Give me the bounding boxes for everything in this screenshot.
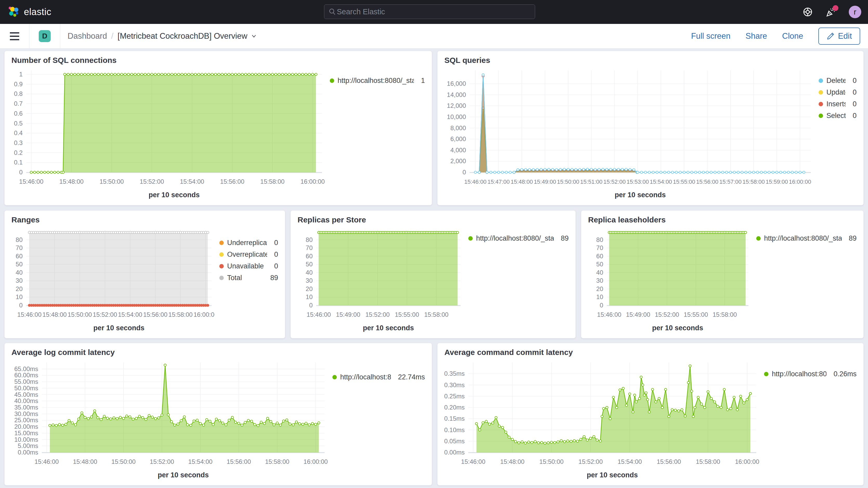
svg-text:16:00:00: 16:00:00 bbox=[304, 458, 328, 465]
legend-value: 22.74ms bbox=[394, 373, 425, 381]
svg-text:15:50:00: 15:50:00 bbox=[557, 179, 579, 185]
divider bbox=[60, 24, 60, 48]
svg-text:15:52:00: 15:52:00 bbox=[579, 458, 603, 465]
legend-item[interactable]: Unavailable0 bbox=[219, 262, 278, 271]
panel-title: Average command commit latency bbox=[444, 348, 573, 357]
legend-item[interactable]: http://localhost:8080/_sta...89 bbox=[756, 234, 857, 243]
chart-plot[interactable]: 0102030405060708015:46:0015:49:0015:52:0… bbox=[293, 226, 464, 336]
space-badge[interactable]: D bbox=[39, 30, 51, 42]
legend-item[interactable]: Deletes0 bbox=[818, 76, 857, 85]
panel-average-log-commit-latency: Average log commit latency 0.00ms5.00ms1… bbox=[4, 343, 432, 485]
svg-text:15:55:00: 15:55:00 bbox=[673, 179, 695, 185]
svg-text:4,000: 4,000 bbox=[451, 147, 466, 154]
svg-text:20: 20 bbox=[306, 285, 313, 292]
legend-item[interactable]: Total89 bbox=[219, 273, 278, 282]
legend-value: 0 bbox=[849, 88, 857, 96]
breadcrumb: Dashboard / [Metricbeat CockroachDB] Ove… bbox=[68, 31, 257, 41]
svg-text:15:58:00: 15:58:00 bbox=[696, 458, 720, 465]
breadcrumb-dashboard-link[interactable]: Dashboard bbox=[68, 31, 107, 41]
svg-text:15:49:00: 15:49:00 bbox=[534, 179, 556, 185]
legend-color-dot bbox=[219, 252, 224, 257]
clone-button[interactable]: Clone bbox=[782, 31, 803, 41]
svg-text:10,000: 10,000 bbox=[447, 113, 466, 120]
svg-text:14,000: 14,000 bbox=[447, 91, 466, 98]
svg-text:15:52:00: 15:52:00 bbox=[140, 178, 164, 185]
replicas-per-store-chart: 0102030405060708015:46:0015:49:0015:52:0… bbox=[293, 226, 464, 336]
replica-leaseholders-chart: 0102030405060708015:46:0015:49:0015:52:0… bbox=[583, 226, 751, 336]
user-avatar[interactable]: r bbox=[849, 6, 861, 18]
chart-plot[interactable]: 00.10.20.30.40.50.60.70.80.9115:46:0015:… bbox=[7, 66, 325, 204]
elastic-brand[interactable]: elastic bbox=[0, 6, 52, 18]
chart-plot[interactable]: 0102030405060708015:46:0015:49:0015:52:0… bbox=[583, 226, 751, 336]
legend-color-dot bbox=[219, 276, 224, 280]
panel-number-of-sql-connections: Number of SQL connections 00.10.20.30.40… bbox=[4, 51, 432, 205]
legend-color-dot bbox=[330, 79, 334, 83]
svg-text:16:00:00: 16:00:00 bbox=[789, 179, 811, 185]
svg-text:10: 10 bbox=[306, 293, 313, 300]
svg-text:15:46:00: 15:46:00 bbox=[17, 311, 41, 318]
svg-text:15:49:00: 15:49:00 bbox=[626, 311, 650, 318]
svg-text:0.5: 0.5 bbox=[14, 120, 23, 127]
svg-text:15:54:00: 15:54:00 bbox=[180, 178, 204, 185]
legend-item[interactable]: http://localhost:8080/_sta...89 bbox=[468, 234, 569, 243]
svg-text:15:51:00: 15:51:00 bbox=[580, 179, 603, 185]
svg-text:60.00ms: 60.00ms bbox=[14, 372, 38, 378]
legend-value: 0 bbox=[849, 100, 857, 108]
legend-item[interactable]: http://localhost:8080...0.26ms bbox=[764, 369, 857, 378]
legend-label: Underreplicated bbox=[227, 239, 267, 247]
newsfeed-button[interactable] bbox=[826, 6, 837, 18]
chart-plot[interactable]: 0102030405060708015:46:0015:48:0015:50:0… bbox=[7, 226, 215, 336]
chart-legend: http://localhost:8080/_stat...1 bbox=[330, 76, 425, 85]
svg-text:15:56:00: 15:56:00 bbox=[696, 179, 719, 185]
legend-value: 0 bbox=[271, 262, 278, 270]
svg-text:35.00ms: 35.00ms bbox=[14, 404, 38, 411]
legend-item[interactable]: Underreplicated0 bbox=[219, 238, 278, 247]
svg-text:45.00ms: 45.00ms bbox=[14, 391, 38, 398]
svg-text:0.3: 0.3 bbox=[14, 139, 23, 146]
svg-text:per 10 seconds: per 10 seconds bbox=[158, 471, 209, 479]
search-input[interactable] bbox=[336, 7, 531, 17]
svg-text:10: 10 bbox=[16, 293, 23, 300]
legend-item[interactable]: Overreplicated0 bbox=[219, 250, 278, 259]
menu-button[interactable] bbox=[10, 32, 19, 40]
svg-text:0: 0 bbox=[19, 302, 23, 309]
svg-text:0.10ms: 0.10ms bbox=[444, 426, 465, 433]
svg-text:65.00ms: 65.00ms bbox=[14, 365, 38, 372]
avg-log-commit-latency-chart: 0.00ms5.00ms10.00ms15.00ms20.00ms25.00ms… bbox=[7, 358, 328, 484]
global-search[interactable] bbox=[324, 4, 535, 19]
dashboard-title-menu[interactable]: [Metricbeat CockroachDB] Overview bbox=[118, 31, 257, 41]
svg-text:50.00ms: 50.00ms bbox=[14, 385, 38, 392]
panel-title: Average log commit latency bbox=[11, 348, 115, 357]
legend-label: http://localhost:8080/_stat... bbox=[338, 77, 414, 85]
svg-text:15:49:00: 15:49:00 bbox=[336, 311, 360, 318]
svg-text:40: 40 bbox=[306, 269, 313, 276]
header-actions: r bbox=[802, 0, 861, 24]
svg-text:30: 30 bbox=[16, 277, 23, 284]
legend-item[interactable]: Updates0 bbox=[818, 88, 857, 97]
share-button[interactable]: Share bbox=[746, 31, 767, 41]
legend-item[interactable]: Inserts0 bbox=[818, 99, 857, 109]
full-screen-button[interactable]: Full screen bbox=[691, 31, 731, 41]
help-button[interactable] bbox=[802, 6, 813, 18]
panel-ranges: Ranges 0102030405060708015:46:0015:48:00… bbox=[4, 211, 285, 338]
svg-text:15:50:00: 15:50:00 bbox=[99, 178, 124, 185]
chart-plot[interactable]: 0.00ms0.05ms0.10ms0.15ms0.20ms0.25ms0.30… bbox=[440, 358, 760, 484]
svg-text:15:48:00: 15:48:00 bbox=[73, 458, 97, 465]
svg-text:0.7: 0.7 bbox=[14, 100, 23, 107]
chart-plot[interactable]: 0.00ms5.00ms10.00ms15.00ms20.00ms25.00ms… bbox=[7, 358, 328, 484]
edit-button[interactable]: Edit bbox=[818, 28, 860, 45]
svg-text:15:46:00: 15:46:00 bbox=[19, 178, 43, 185]
svg-text:15:58:00: 15:58:00 bbox=[424, 311, 448, 318]
svg-text:per 10 seconds: per 10 seconds bbox=[93, 324, 145, 332]
svg-text:70: 70 bbox=[306, 244, 313, 251]
svg-text:50: 50 bbox=[16, 261, 23, 268]
svg-text:5.00ms: 5.00ms bbox=[18, 442, 38, 449]
legend-item[interactable]: http://localhost:8080/_stat...1 bbox=[330, 76, 425, 85]
svg-text:0: 0 bbox=[600, 302, 603, 309]
svg-text:10.00ms: 10.00ms bbox=[14, 436, 38, 443]
chart-plot[interactable]: 02,0004,0006,0008,00010,00012,00014,0001… bbox=[440, 66, 814, 204]
legend-item[interactable]: http://localhost:808...22.74ms bbox=[332, 372, 425, 382]
legend-label: http://localhost:8080/_sta... bbox=[764, 234, 842, 242]
legend-item[interactable]: Selects0 bbox=[818, 111, 857, 120]
kibana-dashboard-app: elastic bbox=[0, 0, 868, 488]
